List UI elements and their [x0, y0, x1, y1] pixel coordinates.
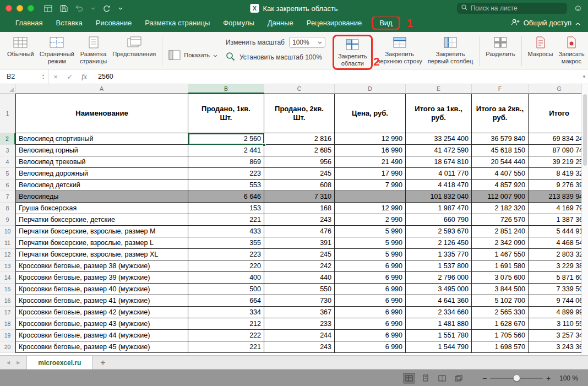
cell[interactable]: 1 987 470 — [406, 203, 472, 214]
cell[interactable]: 334 — [188, 307, 264, 318]
status-normal-view-button[interactable] — [403, 373, 415, 384]
cell[interactable]: Велосипед дорожный — [15, 168, 188, 180]
table-header-cell[interactable]: Цена, руб. — [335, 94, 406, 133]
cell[interactable]: 33 254 400 — [406, 133, 472, 145]
menu-tab[interactable]: Рецензирование — [307, 19, 362, 27]
show-dropdown-button[interactable]: Показать — [166, 47, 220, 63]
cell[interactable]: Перчатки боксерские, взрослые, размер M — [15, 226, 188, 237]
cell[interactable]: 1 698 570 — [472, 341, 529, 353]
cell[interactable]: 243 — [264, 341, 335, 353]
cell[interactable]: 4 857 920 — [472, 180, 529, 191]
cell[interactable]: Велосипед горный — [15, 145, 188, 156]
cell[interactable]: 2 441 — [188, 145, 264, 156]
cell[interactable]: 3 229 380 — [529, 260, 581, 272]
column-header[interactable]: E — [406, 84, 472, 94]
cell[interactable]: Кроссовки беговые, размер 42 (мужские) — [15, 307, 188, 318]
row-header[interactable]: 7 — [0, 191, 15, 203]
cell[interactable]: Кроссовки беговые, размер 45 (мужские) — [15, 341, 188, 353]
split-button[interactable]: Разделить — [483, 35, 518, 59]
row-header[interactable]: 13 — [0, 260, 15, 272]
row-header[interactable]: 6 — [0, 180, 15, 191]
cell[interactable]: 223 — [188, 249, 264, 260]
cell[interactable]: 1 335 770 — [406, 249, 472, 260]
cell[interactable]: 3 110 550 — [529, 318, 581, 330]
cell[interactable]: 550 — [264, 284, 335, 295]
cell[interactable]: 153 — [188, 203, 264, 214]
cell[interactable]: 213 839 940 — [529, 191, 581, 203]
cell[interactable]: Перчатки боксерские, детские — [15, 214, 188, 226]
menu-tab[interactable]: Вид — [372, 15, 400, 30]
cell[interactable]: 233 — [264, 318, 335, 330]
cell[interactable]: Перчатки боксерские, взрослые, размер XL — [15, 249, 188, 260]
cell[interactable]: 1 387 360 — [529, 214, 581, 226]
column-header[interactable]: F — [472, 84, 529, 94]
minimize-button[interactable] — [17, 5, 23, 12]
cell[interactable]: 5 444 910 — [529, 226, 581, 237]
freeze-first-column-button[interactable]: Закрепить первый столбец — [425, 35, 476, 66]
cell[interactable]: 1 628 670 — [472, 318, 529, 330]
cell[interactable]: 243 — [264, 214, 335, 226]
menu-tab[interactable]: Рисование — [96, 19, 132, 27]
freeze-top-row-button[interactable]: Закрепить верхнюю строку — [374, 35, 425, 66]
cell[interactable]: 245 — [264, 168, 335, 180]
cell[interactable]: 7 310 — [264, 191, 335, 203]
column-header[interactable]: G — [529, 84, 581, 94]
cancel-icon[interactable]: × — [48, 73, 63, 81]
scrollbar-thumb[interactable] — [583, 94, 587, 166]
cell[interactable]: 3 844 500 — [472, 284, 529, 295]
cell[interactable]: 367 — [264, 307, 335, 318]
cell[interactable]: 400 — [188, 272, 264, 284]
row-header[interactable]: 18 — [0, 318, 15, 330]
cell[interactable]: 553 — [188, 180, 264, 191]
cell[interactable]: 45 618 150 — [472, 145, 529, 156]
save-icon[interactable] — [60, 5, 68, 12]
cell[interactable]: 5 990 — [335, 226, 406, 237]
cell[interactable]: 222 — [188, 330, 264, 341]
cell[interactable]: Перчатки боксерские, взрослые, размер L — [15, 237, 188, 249]
column-header[interactable]: D — [335, 84, 406, 94]
cell[interactable]: Кроссовки беговые, размер 41 (мужские) — [15, 295, 188, 307]
cell[interactable]: Велосипед детский — [15, 180, 188, 191]
zoom-level-select[interactable]: 100% — [289, 37, 325, 48]
page-break-view-button[interactable]: Страничный режим — [37, 35, 77, 66]
next-sheet-icon[interactable]: ▶ — [17, 360, 20, 365]
cell[interactable]: 6 990 — [335, 272, 406, 284]
table-header-cell[interactable]: Продано, 1кв. Шт. — [188, 94, 264, 133]
cell[interactable]: 36 579 840 — [472, 133, 529, 145]
add-sheet-button[interactable]: + — [92, 356, 113, 369]
cell[interactable]: 2 685 — [264, 145, 335, 156]
table-header-cell[interactable]: Итого за 2кв., руб. — [472, 94, 529, 133]
record-macro-button[interactable]: Записать макрос — [556, 35, 587, 66]
row-header[interactable]: 2 — [0, 133, 15, 145]
table-header-cell[interactable]: Продано, 2кв. Шт. — [264, 94, 335, 133]
cell[interactable]: 2 816 — [264, 133, 335, 145]
cell-reference-box[interactable]: B2 ▲▼ — [0, 69, 48, 84]
cell[interactable]: 391 — [264, 237, 335, 249]
column-header[interactable]: B — [188, 84, 264, 94]
custom-views-button[interactable]: Представления — [110, 35, 159, 59]
zoom-knob[interactable] — [513, 374, 520, 382]
cell[interactable]: 355 — [188, 237, 264, 249]
cell[interactable]: 4 468 540 — [529, 237, 581, 249]
cell[interactable]: 3 075 600 — [472, 272, 529, 284]
cell[interactable]: Кроссовки беговые, размер 38 (мужские) — [15, 260, 188, 272]
cell[interactable]: 5 990 — [335, 249, 406, 260]
cell[interactable]: 2 851 240 — [472, 226, 529, 237]
column-header[interactable]: A — [15, 84, 188, 94]
ribbon-toggle-icon[interactable] — [44, 5, 52, 12]
search-input[interactable]: Поиск на листе — [457, 3, 567, 14]
cell[interactable]: 17 990 — [335, 168, 406, 180]
cell[interactable]: 1 544 790 — [406, 341, 472, 353]
status-page-break-view-button[interactable] — [436, 373, 448, 384]
cell[interactable]: 4 011 770 — [406, 168, 472, 180]
zoom-slider[interactable] — [490, 373, 543, 383]
cell[interactable]: 2 126 450 — [406, 237, 472, 249]
cell[interactable]: Велосипед спортивный — [15, 133, 188, 145]
zoom-in-button[interactable]: + — [544, 374, 553, 383]
row-header[interactable]: 4 — [0, 156, 15, 168]
cell[interactable]: 223 — [188, 168, 264, 180]
row-header[interactable]: 5 — [0, 168, 15, 180]
cell[interactable]: 726 570 — [472, 214, 529, 226]
cell[interactable]: 2 593 670 — [406, 226, 472, 237]
cell[interactable]: 608 — [264, 180, 335, 191]
